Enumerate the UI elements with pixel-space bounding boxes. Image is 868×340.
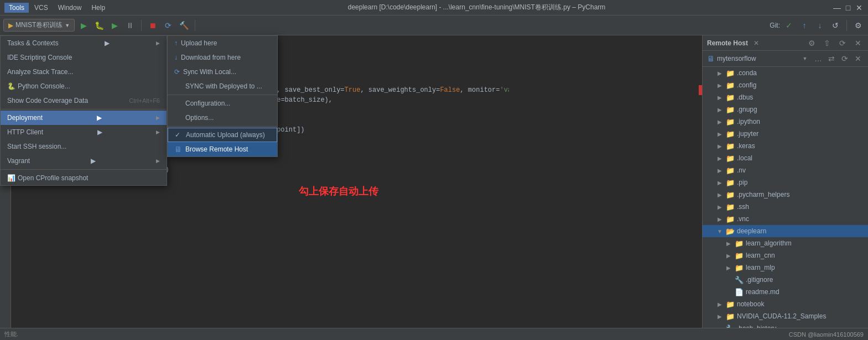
panel-collapse-button[interactable]: ⇧ [822, 38, 833, 49]
download-icon: ↓ [174, 54, 178, 61]
tree-item-learn-mlp[interactable]: ▶ 📁 learn_mlp [703, 261, 868, 274]
tree-label: .keras [737, 142, 755, 150]
tree-label: .conda [737, 69, 757, 77]
stop-button[interactable]: ⏹ [146, 19, 159, 32]
bottom-bar: 性能. CSDN @liaomin416100569 [0, 328, 868, 340]
tree-label: .ipython [737, 118, 760, 125]
host-close-button[interactable]: ✕ [853, 53, 864, 64]
arrow-icon: ▶ [725, 239, 732, 247]
tree-item-ssh[interactable]: ▶ 📁 .ssh [703, 201, 868, 213]
panel-settings-button[interactable]: ⚙ [806, 38, 817, 49]
upload-icon: ↑ [174, 39, 178, 47]
deploy-item-auto-upload[interactable]: ✓ Automatic Upload (always) [168, 128, 277, 142]
tree-item-conda[interactable]: ▶ 📁 .conda [703, 67, 868, 79]
coverage-button[interactable]: ▶ [108, 19, 121, 32]
tree-label: learn_algorithm [746, 239, 792, 247]
menu-item-coverage[interactable]: Show Code Coverage Data Ctrl+Alt+F6 [1, 93, 167, 108]
maximize-button[interactable]: □ [844, 3, 853, 12]
git-push-button[interactable]: ↑ [798, 19, 811, 32]
folder-icon: 📁 [726, 118, 735, 126]
panel-close-all-button[interactable]: ✕ [853, 38, 864, 49]
run-button[interactable]: ▶ [77, 19, 90, 32]
tree-item-learn-algorithm[interactable]: ▶ 📁 learn_algorithm [703, 237, 868, 249]
tree-item-config[interactable]: ▶ 📁 .config [703, 79, 868, 91]
deploy-item-sync-deployed[interactable]: SYNC with Deployed to ... [168, 79, 277, 93]
build-button[interactable]: 🔨 [177, 19, 190, 32]
deploy-item-options[interactable]: Options... [168, 111, 277, 125]
menu-window[interactable]: Window [54, 3, 86, 13]
host-selector[interactable]: 🖥 mytensorflow ▼ … ⇄ ⟳ ✕ [703, 51, 868, 67]
arrow-spacer [725, 276, 732, 284]
git-section: Git: ✓ ↑ ↓ ↺ [770, 19, 842, 32]
tree-item-vnc[interactable]: ▶ 📁 .vnc [703, 213, 868, 225]
minimize-button[interactable]: — [833, 3, 841, 12]
menu-item-vagrant[interactable]: Vagrant ▶ [1, 154, 167, 168]
panel-refresh-button[interactable]: ⟳ [837, 38, 848, 49]
menu-vcs[interactable]: VCS [30, 3, 53, 13]
folder-icon: 📁 [735, 264, 744, 272]
tree-item-ipython[interactable]: ▶ 📁 .ipython [703, 116, 868, 128]
deploy-item-sync-local[interactable]: ⟳ Sync With Local... [168, 65, 277, 79]
error-marker [699, 85, 702, 95]
git-undo-button[interactable]: ↺ [829, 19, 842, 32]
debug-button[interactable]: 🐛 [92, 19, 106, 32]
host-refresh-button[interactable]: ⟳ [839, 53, 850, 64]
tree-item-nv[interactable]: ▶ 📁 .nv [703, 164, 868, 176]
tree-item-dbus[interactable]: ▶ 📁 .dbus [703, 91, 868, 103]
tree-label: learn_cnn [746, 252, 775, 259]
tree-item-nvidia-cuda[interactable]: ▶ 📁 NVIDIA_CUDA-11.2_Samples [703, 310, 868, 322]
tree-item-gitignore[interactable]: 🔧 .gitignore [703, 274, 868, 286]
folder-icon: 📁 [726, 179, 735, 187]
git-pull-button[interactable]: ↓ [813, 19, 827, 32]
menu-item-cprofile[interactable]: 📊Open CProfile snapshot [1, 171, 167, 185]
deploy-item-configuration[interactable]: Configuration... [168, 96, 277, 111]
menu-label: 🐍Python Console... [7, 82, 70, 90]
host-sync-button[interactable]: ⇄ [826, 53, 837, 64]
tree-item-deeplearn[interactable]: ▼ 📂 deeplearn [703, 225, 868, 237]
tree-label: .pip [737, 179, 747, 186]
menu-item-tasks[interactable]: Tasks & Contexts ▶ [1, 36, 167, 50]
menu-item-ssh[interactable]: Start SSH session... [1, 139, 167, 154]
close-button[interactable]: ✕ [855, 3, 864, 12]
deploy-item-download[interactable]: ↓ Download from here [168, 50, 277, 65]
arrow-icon: ▶ [716, 69, 724, 77]
menu-item-python-console[interactable]: 🐍Python Console... [1, 79, 167, 93]
tree-item-jupyter[interactable]: ▶ 📁 .jupyter [703, 128, 868, 140]
host-dropdown-icon[interactable]: ▼ [799, 53, 810, 64]
menu-item-analyze-stack[interactable]: Analyze Stack Trace... [1, 65, 167, 79]
tree-item-learn-cnn[interactable]: ▶ 📁 learn_cnn [703, 249, 868, 261]
menu-item-ide-scripting[interactable]: IDE Scripting Console [1, 50, 167, 65]
tree-item-keras[interactable]: ▶ 📁 .keras [703, 140, 868, 152]
host-add-button[interactable]: … [813, 53, 824, 64]
menu-item-http-client[interactable]: HTTP Client ▶ [1, 125, 167, 139]
tree-item-pip[interactable]: ▶ 📁 .pip [703, 176, 868, 189]
tree-label: NVIDIA_CUDA-11.2_Samples [737, 312, 826, 320]
menu-help[interactable]: Help [87, 3, 110, 13]
deploy-item-browse-remote[interactable]: 🖥 Browse Remote Host [168, 142, 277, 156]
run-config-selector[interactable]: ▶ MNIST卷积训练 ▼ [3, 19, 75, 32]
settings-button[interactable]: ⚙ [851, 19, 865, 32]
menu-item-deployment[interactable]: Deployment ▶ [1, 111, 167, 125]
tree-item-notebook[interactable]: ▶ 📁 notebook [703, 298, 868, 310]
git-check-button[interactable]: ✓ [782, 19, 796, 32]
deploy-label: Sync With Local... [183, 68, 236, 76]
tools-menu[interactable]: Tasks & Contexts ▶ IDE Scripting Console… [0, 35, 167, 186]
arrow-spacer [725, 288, 732, 296]
tree-item-gnupg[interactable]: ▶ 📁 .gnupg [703, 103, 868, 116]
deploy-item-upload[interactable]: ↑ Upload here [168, 36, 277, 50]
folder-icon: 📁 [726, 130, 735, 138]
checkmark-icon: ✓ [175, 131, 183, 139]
tree-label: .dbus [737, 93, 753, 101]
tree-item-pycharm-helpers[interactable]: ▶ 📁 .pycharm_helpers [703, 189, 868, 201]
reload-button[interactable]: ⟳ [162, 19, 175, 32]
remote-panel-close[interactable]: ✕ [752, 39, 760, 47]
menu-tools[interactable]: Tools [4, 3, 29, 13]
browse-icon: 🖥 [174, 145, 182, 154]
tree-item-local[interactable]: ▶ 📁 .local [703, 152, 868, 164]
deployment-submenu[interactable]: ↑ Upload here ↓ Download from here ⟳ Syn… [167, 35, 278, 157]
deploy-label: Browse Remote Host [185, 145, 248, 153]
host-name: mytensorflow [717, 55, 797, 62]
tree-item-readme[interactable]: 📄 readme.md [703, 286, 868, 298]
profile-button[interactable]: ⏸ [123, 19, 137, 32]
menu-label: Start SSH session... [7, 143, 66, 150]
